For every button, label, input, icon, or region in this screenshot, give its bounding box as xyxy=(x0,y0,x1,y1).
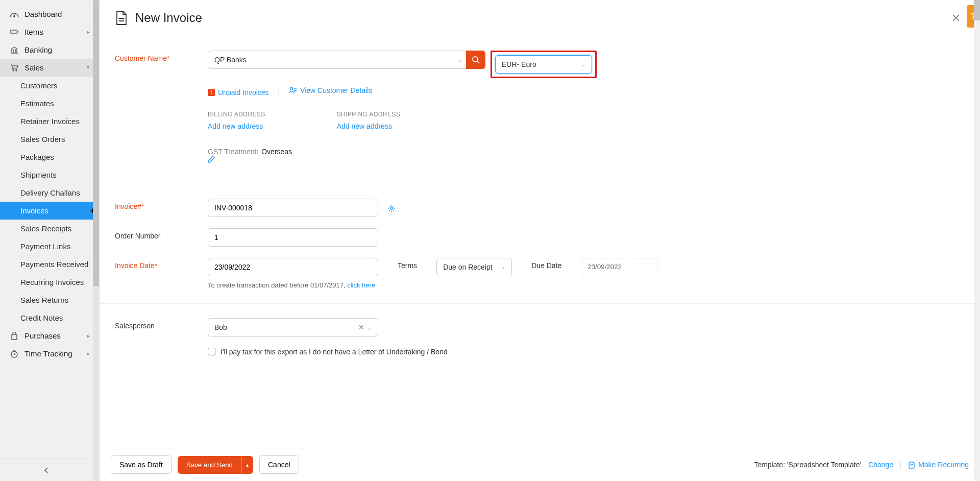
document-icon xyxy=(115,10,128,26)
svg-point-1 xyxy=(13,70,14,71)
invoice-date-input[interactable] xyxy=(208,258,378,276)
sidebar-sub-credit-notes[interactable]: Credit Notes xyxy=(0,309,99,327)
chevron-right-icon: ▸ xyxy=(87,29,90,35)
sidebar-label: Sales xyxy=(24,63,44,72)
sidebar-item-dashboard[interactable]: Dashboard xyxy=(0,5,99,23)
currency-select[interactable]: EUR- Euro ⌄ xyxy=(495,55,592,74)
salesperson-label: Salesperson xyxy=(115,318,208,330)
order-number-input[interactable] xyxy=(208,228,378,247)
sidebar-item-timetracking[interactable]: Time Tracking ▸ xyxy=(0,345,99,363)
pay-tax-checkbox-label: I'll pay tax for this export as I do not… xyxy=(220,348,448,356)
invoice-date-hint-link[interactable]: click here xyxy=(347,281,375,289)
chevron-down-icon: ⌄ xyxy=(581,62,585,67)
customer-select[interactable]: QP Banks ⌄ xyxy=(208,51,469,69)
sidebar-sub-retainer-invoices[interactable]: Retainer Invoices xyxy=(0,112,99,130)
add-shipping-address-link[interactable]: Add new address xyxy=(337,122,392,130)
save-as-draft-button[interactable]: Save as Draft xyxy=(111,455,172,474)
save-and-send-button[interactable]: Save and Send xyxy=(178,456,241,474)
recurring-icon xyxy=(908,461,915,469)
sidebar-sub-sales-receipts[interactable]: Sales Receipts xyxy=(0,220,99,237)
bag-icon xyxy=(9,332,19,340)
unpaid-invoices-link[interactable]: ! Unpaid Invoices xyxy=(208,88,269,97)
customer-search-button[interactable] xyxy=(466,51,485,69)
view-customer-details-link[interactable]: View Customer Details xyxy=(289,86,372,94)
main-scroll-thumb[interactable] xyxy=(974,0,980,20)
page-header: New Invoice xyxy=(100,0,980,36)
sidebar-sub-payment-links[interactable]: Payment Links xyxy=(0,237,99,255)
chevron-down-icon: ⌄ xyxy=(368,325,372,331)
svg-point-2 xyxy=(16,70,17,71)
customer-name-label: Customer Name* xyxy=(115,51,208,62)
cancel-button[interactable]: Cancel xyxy=(259,455,299,474)
gst-treatment-value: Overseas xyxy=(261,148,292,156)
salesperson-value: Bob xyxy=(214,323,227,331)
main-scrollbar[interactable] xyxy=(974,0,980,481)
sidebar-sub-delivery-challans[interactable]: Delivery Challans xyxy=(0,184,99,202)
divider xyxy=(100,303,980,304)
sidebar-item-items[interactable]: Items ▸ xyxy=(0,23,99,41)
chevron-down-icon: ▸ xyxy=(86,66,91,69)
chevron-right-icon: ▸ xyxy=(87,333,90,339)
currency-highlight-box: EUR- Euro ⌄ xyxy=(491,51,597,78)
customer-select-value: QP Banks xyxy=(214,56,247,64)
chevron-down-icon: ⌄ xyxy=(501,264,505,270)
terms-select-value: Due on Receipt xyxy=(443,263,493,271)
due-date-input[interactable] xyxy=(581,258,657,276)
terms-label: Terms xyxy=(398,258,417,270)
sidebar-sub-sales-returns[interactable]: Sales Returns xyxy=(0,291,99,309)
sidebar-sub-payments-received[interactable]: Payments Received xyxy=(0,255,99,273)
invoice-number-settings-button[interactable] xyxy=(386,203,397,213)
due-date-label: Due Date xyxy=(531,258,561,270)
gear-icon xyxy=(387,204,396,212)
cart-icon xyxy=(9,64,19,72)
sidebar-sub-recurring-invoices[interactable]: Recurring Invoices xyxy=(0,273,99,291)
sidebar-scrollbar[interactable] xyxy=(93,0,99,481)
billing-address-header: BILLING ADDRESS xyxy=(208,111,265,118)
terms-select[interactable]: Due on Receipt ⌄ xyxy=(436,258,512,276)
sidebar-sub-invoices[interactable]: Invoices+ xyxy=(0,202,99,220)
sidebar-item-sales[interactable]: Sales ▸ xyxy=(0,59,99,77)
form-body: Customer Name* QP Banks ⌄ EUR- Euro xyxy=(100,36,980,448)
close-button[interactable] xyxy=(947,11,965,25)
footer-bar: Save as Draft Save and Send ▴ Cancel Tem… xyxy=(100,448,980,481)
shipping-address-header: SHIPPING ADDRESS xyxy=(337,111,400,118)
caret-up-icon: ▴ xyxy=(246,462,249,468)
save-and-send-dropdown[interactable]: ▴ xyxy=(241,456,253,474)
page-title: New Invoice xyxy=(135,11,947,25)
invoice-date-hint: To create transaction dated before 01/07… xyxy=(208,281,347,289)
invoice-date-label: Invoice Date* xyxy=(115,258,208,270)
add-billing-address-link[interactable]: Add new address xyxy=(208,122,263,130)
clock-icon xyxy=(9,350,19,358)
chevron-down-icon: ⌄ xyxy=(458,57,462,63)
clear-salesperson-button[interactable]: ✕ xyxy=(358,323,364,331)
make-recurring-link[interactable]: Make Recurring xyxy=(900,461,969,469)
sidebar-sub-sales-orders[interactable]: Sales Orders xyxy=(0,130,99,148)
close-icon xyxy=(951,13,961,22)
sidebar-scroll-thumb[interactable] xyxy=(93,0,99,286)
sidebar-sub-customers[interactable]: Customers xyxy=(0,77,99,94)
bank-icon xyxy=(9,46,19,54)
chevron-left-icon xyxy=(43,467,50,474)
invoice-number-input[interactable] xyxy=(208,199,378,217)
sidebar-sub-shipments[interactable]: Shipments xyxy=(0,166,99,184)
pay-tax-checkbox[interactable] xyxy=(208,348,215,355)
sidebar-item-purchases[interactable]: Purchases ▸ xyxy=(0,327,99,345)
svg-point-0 xyxy=(14,15,15,17)
change-template-link[interactable]: Change xyxy=(868,461,893,469)
pencil-icon xyxy=(208,156,215,163)
sidebar-sub-packages[interactable]: Packages xyxy=(0,148,99,166)
svg-point-6 xyxy=(390,207,393,209)
sidebar: Dashboard Items ▸ Banking Sales ▸ Custom… xyxy=(0,0,100,481)
sidebar-label: Banking xyxy=(24,45,52,54)
sidebar-sub-estimates[interactable]: Estimates xyxy=(0,94,99,112)
sidebar-collapse-button[interactable] xyxy=(0,459,93,481)
salesperson-select[interactable]: Bob ✕ ⌄ xyxy=(208,318,378,336)
currency-select-value: EUR- Euro xyxy=(502,60,536,68)
sidebar-label: Time Tracking xyxy=(24,349,72,358)
dashboard-icon xyxy=(9,11,19,18)
edit-gst-button[interactable] xyxy=(208,156,965,163)
separator: | xyxy=(278,87,280,95)
chevron-right-icon: ▸ xyxy=(87,351,90,356)
sidebar-item-banking[interactable]: Banking xyxy=(0,41,99,59)
main: New Invoice ? Customer Name* QP Banks ⌄ xyxy=(100,0,980,481)
